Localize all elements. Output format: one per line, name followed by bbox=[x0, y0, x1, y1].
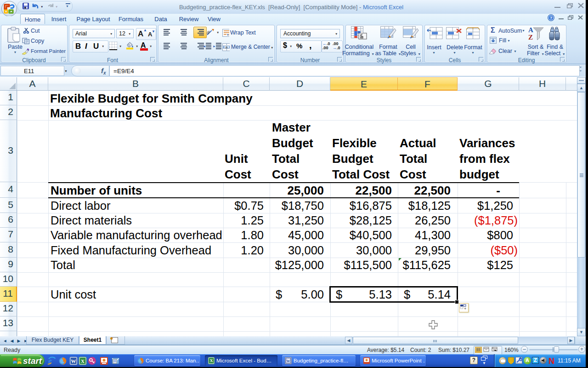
svg-text:W: W bbox=[287, 359, 290, 363]
svg-text:ab: ab bbox=[206, 29, 211, 35]
svg-text:?: ? bbox=[550, 16, 553, 20]
svg-text:A: A bbox=[528, 26, 533, 34]
svg-text:X: X bbox=[210, 358, 213, 363]
svg-text:Z: Z bbox=[528, 34, 533, 41]
svg-text:+: + bbox=[464, 306, 466, 311]
svg-text:X: X bbox=[81, 358, 85, 364]
svg-text:W: W bbox=[71, 358, 76, 364]
